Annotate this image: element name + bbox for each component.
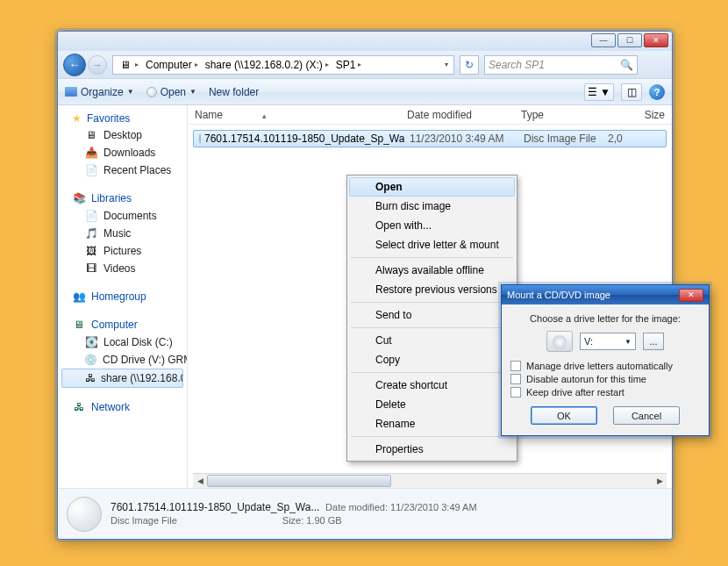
maximize-button[interactable]: ☐: [617, 33, 642, 47]
disk-icon: 💽: [84, 335, 98, 349]
file-row[interactable]: 7601.17514.101119-1850_Update_Sp_Wa... 1…: [193, 130, 667, 147]
context-menu: Open Burn disc image Open with... Select…: [346, 175, 517, 462]
dialog-title-bar[interactable]: Mount a CD/DVD image ✕: [502, 285, 709, 304]
checkbox-icon: [510, 361, 521, 371]
column-headers: Name ▲ Date modified Type Size: [188, 105, 672, 125]
checkbox-icon: [510, 374, 521, 384]
refresh-button[interactable]: ↻: [460, 55, 479, 75]
sidebar-computer[interactable]: 🖥Computer: [58, 316, 187, 333]
file-type: Disc Image File: [518, 133, 603, 145]
sidebar-item-desktop[interactable]: 🖥Desktop: [58, 126, 187, 144]
network-drive-icon: 🖧: [85, 371, 96, 385]
ctx-open-with[interactable]: Open with...: [349, 216, 515, 235]
preview-pane-button[interactable]: ◫: [621, 83, 642, 101]
checkbox-manage-auto[interactable]: Manage drive letters automatically: [510, 361, 700, 371]
column-size[interactable]: Size: [598, 109, 672, 121]
sidebar-item-videos[interactable]: 🎞Videos: [58, 260, 187, 277]
ctx-open[interactable]: Open: [349, 177, 515, 197]
downloads-icon: 📥: [84, 146, 98, 160]
sidebar-item-cd-drive[interactable]: 💿CD Drive (V:) GRMSP: [58, 351, 187, 369]
scroll-thumb[interactable]: [207, 475, 391, 487]
details-type: Disc Image File: [111, 515, 177, 526]
address-bar: ← → 🖥▸ Computer▸ share (\\192.168.0.2) (…: [58, 51, 672, 79]
sidebar-item-music[interactable]: 🎵Music: [58, 225, 187, 242]
dialog-title: Mount a CD/DVD image: [507, 290, 610, 300]
star-icon: ★: [72, 112, 82, 125]
sidebar-network[interactable]: 🖧Network: [58, 398, 187, 416]
sidebar-item-share[interactable]: 🖧share (\\192.168.0.2): [61, 369, 183, 388]
title-bar[interactable]: — ☐ ✕: [58, 32, 672, 51]
file-size: 2,0: [603, 133, 666, 145]
dialog-prompt: Choose a drive letter for the image:: [510, 313, 700, 324]
breadcrumb-computer[interactable]: Computer▸: [142, 56, 202, 74]
sort-asc-icon: ▲: [261, 112, 268, 120]
sidebar-homegroup[interactable]: 👥Homegroup: [58, 288, 187, 305]
sidebar-item-downloads[interactable]: 📥Downloads: [58, 144, 187, 161]
scroll-right-button[interactable]: ▶: [653, 474, 667, 488]
ctx-copy[interactable]: Copy: [349, 350, 515, 369]
libraries-icon: 📚: [72, 191, 86, 205]
disc-icon: [146, 87, 157, 97]
drive-letter-combo[interactable]: V:▼: [580, 333, 636, 350]
drive-icon: [546, 331, 573, 352]
scrollbar-horizontal[interactable]: ◀ ▶: [193, 473, 667, 488]
sidebar-item-documents[interactable]: 📄Documents: [58, 207, 187, 225]
column-type[interactable]: Type: [514, 109, 598, 121]
sidebar-item-local-disk[interactable]: 💽Local Disk (C:): [58, 333, 187, 351]
breadcrumb-sp1[interactable]: SP1▸: [332, 56, 366, 74]
computer-icon: 🖥: [118, 58, 132, 72]
checkbox-icon: [510, 387, 521, 398]
sidebar-item-recent[interactable]: 📄Recent Places: [58, 161, 187, 179]
toolbar: Organize▼ Open▼ New folder ☰ ▼ ◫ ?: [58, 79, 672, 105]
close-button[interactable]: ✕: [644, 33, 668, 47]
search-placeholder: Search SP1: [489, 59, 545, 71]
scroll-left-button[interactable]: ◀: [193, 474, 207, 488]
ctx-select-drive[interactable]: Select drive letter & mount: [349, 235, 515, 254]
nav-back-button[interactable]: ←: [63, 54, 86, 76]
ctx-shortcut[interactable]: Create shortcut: [349, 376, 515, 395]
sidebar-item-pictures[interactable]: 🖼Pictures: [58, 242, 187, 260]
network-icon: 🖧: [72, 400, 86, 414]
documents-icon: 📄: [84, 209, 98, 223]
nav-forward-button[interactable]: →: [88, 55, 107, 75]
ctx-properties[interactable]: Properties: [349, 440, 515, 459]
breadcrumb-dropdown-icon[interactable]: ▾: [445, 61, 448, 68]
music-icon: 🎵: [84, 226, 98, 240]
checkbox-disable-autorun[interactable]: Disable autorun for this time: [510, 374, 700, 384]
cd-icon: 💿: [84, 353, 97, 367]
ok-button[interactable]: OK: [531, 406, 597, 425]
minimize-button[interactable]: —: [591, 33, 616, 47]
open-menu[interactable]: Open▼: [146, 86, 196, 98]
ctx-cut[interactable]: Cut: [349, 331, 515, 350]
cancel-button[interactable]: Cancel: [613, 406, 680, 425]
iso-icon: [199, 133, 201, 144]
desktop-icon: 🖥: [84, 128, 98, 142]
browse-button[interactable]: ...: [643, 333, 664, 350]
organize-menu[interactable]: Organize▼: [65, 86, 134, 98]
view-mode-button[interactable]: ☰ ▼: [584, 83, 614, 101]
ctx-delete[interactable]: Delete: [349, 395, 515, 414]
column-date[interactable]: Date modified: [400, 109, 514, 121]
pictures-icon: 🖼: [84, 244, 98, 258]
breadcrumb[interactable]: 🖥▸ Computer▸ share (\\192.168.0.2) (X:)▸…: [112, 55, 454, 75]
help-button[interactable]: ?: [649, 84, 665, 100]
dialog-close-button[interactable]: ✕: [679, 289, 703, 302]
homegroup-icon: 👥: [72, 290, 86, 304]
ctx-send-to[interactable]: Send to▶: [349, 305, 515, 325]
sidebar-libraries[interactable]: 📚Libraries: [58, 190, 187, 207]
ctx-rename[interactable]: Rename: [349, 414, 515, 433]
details-pane: 7601.17514.101119-1850_Update_Sp_Wa... D…: [58, 488, 672, 539]
sidebar-favorites[interactable]: ★Favorites: [58, 111, 187, 126]
checkbox-keep-after-restart[interactable]: Keep drive after restart: [510, 387, 700, 398]
breadcrumb-share[interactable]: share (\\192.168.0.2) (X:)▸: [202, 56, 332, 74]
column-name[interactable]: Name ▲: [188, 109, 400, 121]
ctx-burn[interactable]: Burn disc image: [349, 197, 515, 216]
mount-dialog: Mount a CD/DVD image ✕ Choose a drive le…: [501, 284, 710, 436]
new-folder-button[interactable]: New folder: [209, 86, 259, 98]
ctx-offline[interactable]: Always available offline: [349, 261, 515, 280]
file-date: 11/23/2010 3:49 AM: [404, 133, 518, 145]
organize-icon: [65, 87, 77, 97]
ctx-restore[interactable]: Restore previous versions: [349, 280, 515, 299]
search-input[interactable]: Search SP1 🔍: [484, 55, 638, 75]
computer-icon: 🖥: [72, 318, 86, 332]
